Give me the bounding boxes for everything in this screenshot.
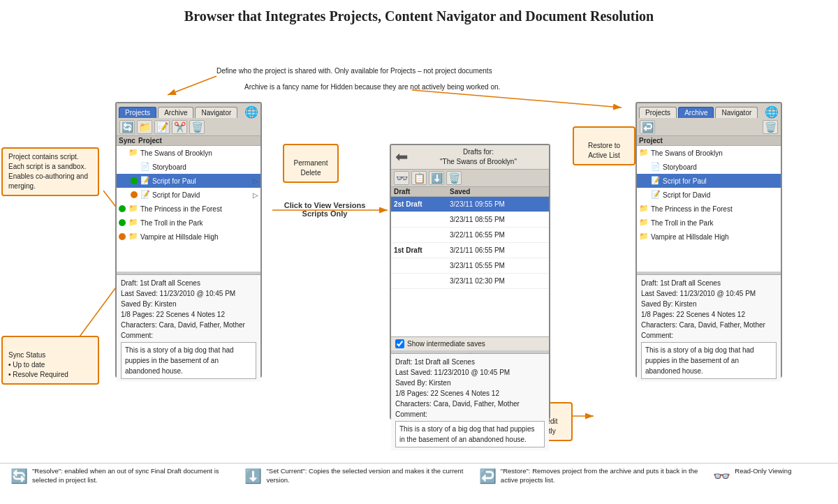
- table-row[interactable]: 📁 The Swans of Brooklyn: [637, 146, 781, 160]
- draft-btn-download[interactable]: ⬇️: [429, 171, 444, 185]
- draft-row[interactable]: 3/23/11 02:30 PM: [391, 274, 549, 289]
- pages-info: 1/8 Pages: 22 Scenes 4 Notes 12: [121, 309, 256, 320]
- script-icon: 📝: [651, 176, 661, 186]
- table-row[interactable]: 📝 Script for David: [637, 188, 781, 202]
- toolbar-btn-5[interactable]: 🗑️: [189, 120, 205, 134]
- project-label: The Princess in the Forest: [140, 205, 222, 213]
- folder-icon: 📁: [639, 232, 649, 242]
- show-saves-checkbox[interactable]: [395, 339, 404, 348]
- draft-row[interactable]: 1st Draft 3/21/11 06:55 PM: [391, 243, 549, 258]
- project-col-header: Project: [639, 137, 779, 144]
- project-label: Vampire at Hillsdale High: [140, 233, 219, 241]
- table-row[interactable]: 📄 Storyboard: [117, 160, 260, 174]
- left-project-list[interactable]: 📁 The Swans of Brooklyn 📄 Storyboard 📝 S…: [117, 146, 260, 272]
- table-row[interactable]: 📁 The Princess in the Forest: [117, 202, 260, 216]
- comment-label: Comment:: [395, 409, 545, 420]
- right-toolbar-btn-restore[interactable]: ↩️: [640, 120, 655, 134]
- table-row[interactable]: 📁 The Swans of Brooklyn: [117, 146, 260, 160]
- project-label: Storyboard: [663, 163, 697, 171]
- drafts-table[interactable]: 2st Draft 3/23/11 09:55 PM 3/23/11 08:55…: [391, 197, 549, 336]
- toolbar-btn-4[interactable]: ✂️: [172, 120, 187, 134]
- drafts-title: Drafts for: "The Swans of Brooklyn": [412, 147, 545, 167]
- left-tab-projects[interactable]: Projects: [119, 107, 156, 118]
- pages-info: 1/8 Pages: 22 Scenes 4 Notes 12: [395, 388, 545, 399]
- table-row[interactable]: 📝 Script for Paul ▷: [117, 174, 260, 188]
- legend-readonly-text: Read-Only Viewing: [735, 466, 791, 475]
- annotation-click-to-view: Click to View Versions Scripts Only: [258, 193, 391, 218]
- last-saved: Last Saved: 11/23/2010 @ 10:45 PM: [121, 288, 256, 299]
- project-label: The Princess in the Forest: [651, 205, 733, 213]
- project-label: The Swans of Brooklyn: [140, 149, 212, 157]
- draft-label: 1st Draft: [394, 246, 450, 254]
- comment-box[interactable]: This is a story of a big dog that had pu…: [641, 342, 777, 379]
- svg-line-2: [168, 76, 216, 95]
- comment-box[interactable]: This is a story of a big dog that had pu…: [395, 421, 545, 447]
- draft-row[interactable]: 3/22/11 06:55 PM: [391, 228, 549, 243]
- folder-icon: 📁: [639, 204, 649, 214]
- left-header-row: Sync Project: [117, 136, 260, 146]
- table-row[interactable]: 📁 The Troll in the Park: [637, 216, 781, 230]
- toolbar-btn-1[interactable]: 🔄: [119, 120, 135, 134]
- right-header-row: Project: [637, 136, 781, 146]
- draft-row[interactable]: 3/23/11 08:55 PM: [391, 212, 549, 228]
- table-row[interactable]: 📁 The Princess in the Forest: [637, 202, 781, 216]
- bottom-legend: 🔄 "Resolve": enabled when an out of sync…: [0, 463, 838, 486]
- project-label: Vampire at Hillsdale High: [651, 233, 729, 241]
- drafts-toolbar: 👓 📋 ⬇️ 🗑️: [391, 170, 549, 187]
- draft-saved: 3/23/11 08:55 PM: [450, 216, 546, 223]
- show-intermediate-saves[interactable]: Show intermediate saves: [391, 336, 549, 350]
- resolve-icon: 🔄: [10, 466, 28, 486]
- toolbar-btn-2[interactable]: 📁: [137, 120, 152, 134]
- sync-indicator: [119, 219, 126, 226]
- left-tab-navigator[interactable]: Navigator: [195, 107, 237, 118]
- legend-restore-text: "Restore": Removes project from the arch…: [501, 466, 707, 485]
- draft-row[interactable]: 3/23/11 05:55 PM: [391, 258, 549, 274]
- annotation-project-contains: Project contains script. Each script is …: [1, 147, 99, 196]
- toolbar-btn-3[interactable]: 📝: [154, 120, 170, 134]
- comment-box[interactable]: This is a story of a big dog that had pu…: [121, 342, 256, 379]
- project-label: Script for David: [152, 191, 200, 199]
- saved-by: Saved By: Kirsten: [641, 299, 777, 309]
- right-tab-archive[interactable]: Archive: [678, 107, 714, 118]
- right-project-list[interactable]: 📁 The Swans of Brooklyn 📄 Storyboard 📝 S…: [637, 146, 781, 272]
- legend-resolve-text: "Resolve": enabled when an out of sync F…: [32, 466, 239, 485]
- table-row[interactable]: 📁 Vampire at Hillsdale High: [117, 230, 260, 244]
- table-row[interactable]: 📁 Vampire at Hillsdale High: [637, 230, 781, 244]
- characters-info: Characters: Cara, David, Father, Mother: [121, 320, 256, 330]
- saved-col-header: Saved: [450, 188, 546, 195]
- table-row[interactable]: 📝 Script for David ▷: [117, 188, 260, 202]
- right-tab-projects[interactable]: Projects: [639, 107, 677, 118]
- page-title: Browser that Integrates Projects, Conten…: [0, 0, 838, 29]
- draft-saved: 3/22/11 06:55 PM: [450, 231, 546, 239]
- legend-item-restore: ↩️ "Restore": Removes project from the a…: [479, 466, 707, 486]
- pages-info: 1/8 Pages: 22 Scenes 4 Notes 12: [641, 309, 777, 320]
- annotation-archive: Archive is a fancy name for Hidden becau…: [244, 83, 500, 91]
- table-row[interactable]: 📝 Script for Paul: [637, 174, 781, 188]
- annotation-permanent-delete: Permanent Delete: [283, 144, 339, 183]
- show-saves-label: Show intermediate saves: [407, 340, 485, 348]
- globe-icon: 🌐: [244, 105, 258, 119]
- draft-row[interactable]: 2st Draft 3/23/11 09:55 PM: [391, 197, 549, 212]
- project-label: Script for Paul: [663, 177, 707, 185]
- annotation-sync-status: Sync Status • Up to date • Resolve Requi…: [1, 336, 99, 385]
- project-label: Script for Paul: [152, 177, 196, 185]
- draft-btn-copy[interactable]: 📋: [411, 171, 427, 185]
- right-toolbar-btn-extra[interactable]: 🗑️: [763, 120, 778, 134]
- left-tab-archive[interactable]: Archive: [158, 107, 193, 118]
- draft-btn-view[interactable]: 👓: [394, 171, 409, 185]
- table-row[interactable]: 📁 The Troll in the Park: [117, 216, 260, 230]
- table-row[interactable]: 📄 Storyboard: [637, 160, 781, 174]
- sync-indicator: [131, 177, 138, 184]
- sync-indicator: [119, 149, 126, 156]
- right-tab-navigator[interactable]: Navigator: [715, 107, 758, 118]
- draft-btn-delete[interactable]: 🗑️: [446, 171, 462, 185]
- script-icon: 📝: [651, 190, 661, 200]
- back-arrow-icon[interactable]: ⬅: [395, 148, 408, 166]
- drafts-panel: ⬅ Drafts for: "The Swans of Brooklyn" 👓 …: [390, 144, 550, 420]
- expand-arrow-icon: ▷: [253, 191, 258, 199]
- project-label: The Troll in the Park: [651, 219, 713, 227]
- characters-info: Characters: Cara, David, Father, Mother: [395, 399, 545, 409]
- right-toolbar: ↩️ 🗑️: [637, 119, 781, 136]
- annotation-restore-active: Restore to Active List: [573, 126, 635, 165]
- saved-by: Saved By: Kirsten: [395, 378, 545, 388]
